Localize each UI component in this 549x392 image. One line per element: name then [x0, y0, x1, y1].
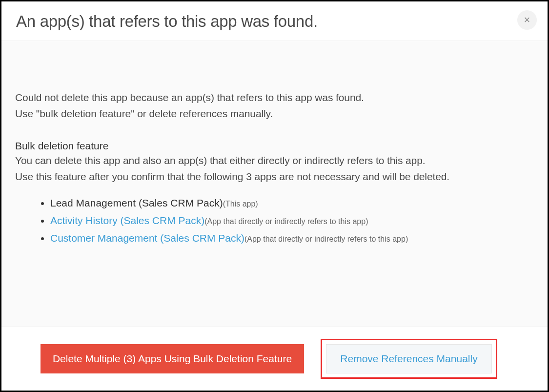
manual-button-highlight: Remove References Manually	[321, 339, 497, 379]
app-note: (App that directly or indirectly refers …	[244, 235, 408, 243]
app-note: (App that directly or indirectly refers …	[204, 217, 368, 226]
dialog-footer: Delete Multiple (3) Apps Using Bulk Dele…	[1, 327, 548, 391]
app-name: Lead Management (Sales CRM Pack)	[50, 197, 223, 208]
error-message-line2: Use "bulk deletion feature" or delete re…	[15, 106, 534, 122]
close-button[interactable]: ×	[517, 10, 537, 30]
close-icon: ×	[524, 15, 530, 25]
bulk-deletion-desc1: You can delete this app and also an app(…	[15, 153, 534, 169]
bulk-deletion-heading: Bulk deletion feature	[15, 140, 534, 152]
delete-multiple-button[interactable]: Delete Multiple (3) Apps Using Bulk Dele…	[41, 344, 304, 373]
bulk-deletion-desc2: Use this feature after you confirm that …	[15, 169, 534, 185]
dialog-body: Could not delete this app because an app…	[1, 41, 548, 327]
delete-app-dialog: An app(s) that refers to this app was fo…	[1, 1, 548, 391]
list-item: Lead Management (Sales CRM Pack)(This ap…	[50, 194, 534, 212]
remove-references-manually-button[interactable]: Remove References Manually	[326, 344, 492, 373]
list-item: Customer Management (Sales CRM Pack)(App…	[50, 229, 534, 247]
app-note: (This app)	[223, 200, 258, 208]
app-link-customer-management[interactable]: Customer Management (Sales CRM Pack)	[50, 232, 244, 244]
list-item: Activity History (Sales CRM Pack)(App th…	[50, 212, 534, 229]
app-link-activity-history[interactable]: Activity History (Sales CRM Pack)	[50, 215, 204, 226]
error-message-line1: Could not delete this app because an app…	[15, 90, 534, 106]
app-list: Lead Management (Sales CRM Pack)(This ap…	[15, 194, 534, 247]
dialog-header: An app(s) that refers to this app was fo…	[1, 1, 548, 41]
dialog-title: An app(s) that refers to this app was fo…	[16, 12, 533, 31]
